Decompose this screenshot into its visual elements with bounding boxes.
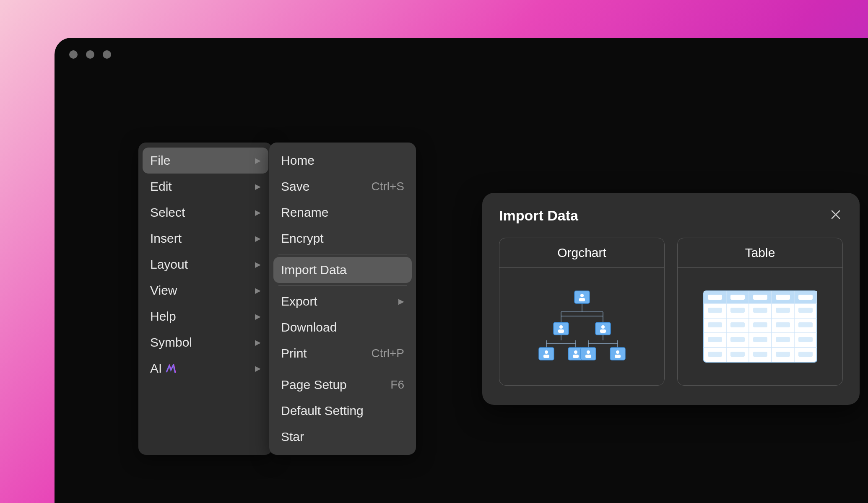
- submenu-print[interactable]: Print Ctrl+P: [269, 340, 416, 366]
- submenu-star[interactable]: Star: [269, 424, 416, 450]
- svg-rect-21: [776, 308, 790, 313]
- menu-symbol[interactable]: Symbol ▶: [138, 329, 273, 355]
- submenu-label: Star: [281, 430, 304, 444]
- svg-rect-17: [798, 295, 813, 300]
- app-window: File ▶ Edit ▶ Select ▶ Insert ▶ Layout ▶…: [55, 38, 868, 503]
- dialog-header: Import Data: [499, 206, 843, 225]
- menu-label: Insert: [150, 231, 182, 246]
- option-preview: [678, 268, 842, 385]
- shortcut-text: F6: [390, 378, 404, 392]
- orgchart-icon: [528, 287, 637, 366]
- svg-rect-14: [730, 295, 745, 300]
- menu-label: Symbol: [150, 335, 192, 350]
- traffic-dot-close[interactable]: [69, 50, 78, 59]
- svg-rect-32: [798, 337, 813, 342]
- svg-rect-33: [708, 352, 722, 357]
- menu-insert[interactable]: Insert ▶: [138, 226, 273, 252]
- chevron-right-icon: ▶: [398, 297, 404, 306]
- dialog-options: Orgchart: [499, 238, 843, 386]
- menu-select[interactable]: Select ▶: [138, 200, 273, 226]
- option-label: Table: [678, 238, 842, 268]
- chevron-right-icon: ▶: [255, 208, 261, 217]
- svg-rect-25: [753, 322, 767, 327]
- svg-rect-31: [776, 337, 790, 342]
- menu-bar: File ▶ Edit ▶ Select ▶ Insert ▶ Layout ▶…: [138, 143, 416, 455]
- chevron-right-icon: ▶: [255, 312, 261, 321]
- chevron-right-icon: ▶: [255, 286, 261, 295]
- svg-rect-27: [798, 322, 813, 327]
- submenu-label: Default Setting: [281, 404, 364, 418]
- shortcut-text: Ctrl+S: [371, 180, 404, 193]
- menu-label: File: [150, 153, 170, 168]
- option-orgchart[interactable]: Orgchart: [499, 238, 665, 386]
- file-submenu: Home Save Ctrl+S Rename Encrypt Import D…: [269, 143, 416, 455]
- submenu-label: Save: [281, 179, 309, 194]
- svg-rect-35: [753, 352, 767, 357]
- menu-label: Select: [150, 205, 185, 220]
- chevron-right-icon: ▶: [255, 364, 261, 373]
- option-preview: [499, 268, 664, 385]
- shortcut-text: Ctrl+P: [371, 347, 404, 360]
- menu-separator: [278, 254, 407, 254]
- chevron-right-icon: ▶: [255, 338, 261, 347]
- svg-rect-34: [730, 352, 745, 357]
- svg-rect-18: [708, 308, 722, 313]
- import-data-dialog: Import Data Orgchart: [482, 193, 860, 405]
- traffic-light-dots: [69, 50, 111, 59]
- menu-view[interactable]: View ▶: [138, 277, 273, 303]
- svg-rect-13: [708, 295, 722, 300]
- menu-label-wrap: AI: [150, 361, 177, 376]
- chevron-right-icon: ▶: [255, 234, 261, 243]
- menu-label: Help: [150, 309, 176, 324]
- submenu-default-setting[interactable]: Default Setting: [269, 398, 416, 424]
- submenu-rename[interactable]: Rename: [269, 200, 416, 226]
- submenu-label: Print: [281, 346, 307, 360]
- svg-rect-23: [708, 322, 722, 327]
- option-table[interactable]: Table: [677, 238, 843, 386]
- submenu-import-data[interactable]: Import Data: [273, 257, 412, 283]
- menu-separator: [278, 285, 407, 286]
- traffic-dot-minimize[interactable]: [86, 50, 94, 59]
- submenu-export[interactable]: Export ▶: [269, 288, 416, 314]
- menu-edit[interactable]: Edit ▶: [138, 174, 273, 200]
- svg-rect-37: [798, 352, 813, 357]
- submenu-label: Page Setup: [281, 378, 347, 392]
- ai-sparkle-icon: [165, 364, 177, 373]
- menu-layout[interactable]: Layout ▶: [138, 252, 273, 277]
- menu-label: View: [150, 283, 177, 298]
- menu-file[interactable]: File ▶: [143, 148, 268, 174]
- chevron-right-icon: ▶: [255, 260, 261, 269]
- chevron-right-icon: ▶: [255, 156, 261, 165]
- dialog-title: Import Data: [499, 207, 578, 224]
- submenu-label: Rename: [281, 205, 328, 220]
- chevron-right-icon: ▶: [255, 182, 261, 191]
- svg-rect-30: [753, 337, 767, 342]
- svg-rect-26: [776, 322, 790, 327]
- menu-label: Layout: [150, 257, 188, 272]
- svg-rect-19: [730, 308, 745, 313]
- svg-rect-29: [730, 337, 745, 342]
- submenu-home[interactable]: Home: [269, 148, 416, 174]
- submenu-encrypt[interactable]: Encrypt: [269, 226, 416, 252]
- table-icon: [702, 287, 819, 366]
- option-label: Orgchart: [499, 238, 664, 268]
- svg-rect-22: [798, 308, 813, 313]
- primary-menu: File ▶ Edit ▶ Select ▶ Insert ▶ Layout ▶…: [138, 143, 273, 455]
- close-icon[interactable]: [829, 206, 843, 225]
- submenu-page-setup[interactable]: Page Setup F6: [269, 372, 416, 398]
- svg-rect-36: [776, 352, 790, 357]
- submenu-label: Export: [281, 294, 317, 309]
- menu-label: Edit: [150, 179, 172, 194]
- menu-ai[interactable]: AI ▶: [138, 355, 273, 381]
- submenu-label: Download: [281, 320, 337, 334]
- menu-separator: [278, 369, 407, 369]
- svg-rect-16: [776, 295, 790, 300]
- traffic-dot-maximize[interactable]: [103, 50, 111, 59]
- menu-help[interactable]: Help ▶: [138, 303, 273, 329]
- submenu-label: Home: [281, 153, 314, 168]
- svg-rect-24: [730, 322, 745, 327]
- svg-rect-20: [753, 308, 767, 313]
- submenu-download[interactable]: Download: [269, 314, 416, 340]
- submenu-label: Encrypt: [281, 231, 324, 246]
- submenu-save[interactable]: Save Ctrl+S: [269, 174, 416, 200]
